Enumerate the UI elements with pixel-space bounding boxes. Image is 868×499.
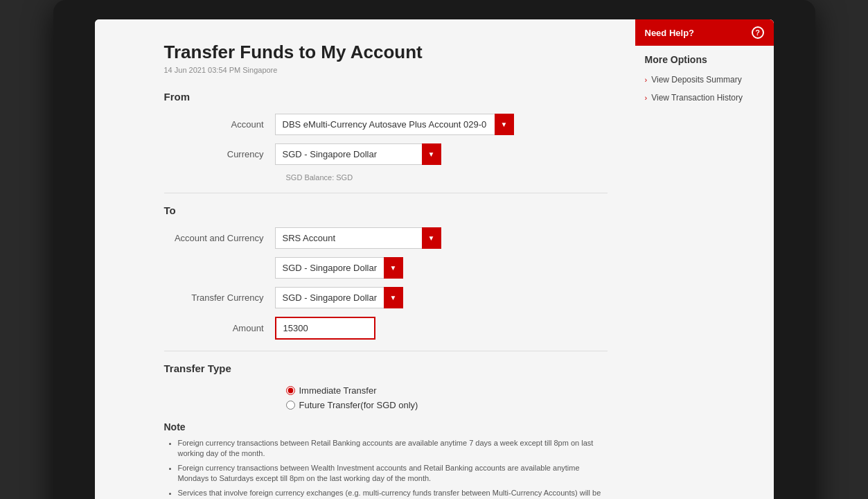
- note-item-2: Foreign currency transactions between We…: [178, 463, 608, 484]
- note-item-3: Services that involve foreign currency e…: [178, 488, 608, 499]
- account-currency-row: Account and Currency SRS Account ▼: [164, 227, 608, 249]
- account-label: Account: [164, 119, 275, 130]
- currency-row: Currency SGD - Singapore Dollar ▼: [164, 143, 608, 165]
- view-deposits-label: View Deposits Summary: [651, 75, 742, 85]
- need-help-bar: Need Help? ?: [635, 19, 774, 46]
- page-subtitle: 14 Jun 2021 03:54 PM Singapore: [164, 66, 608, 74]
- page-title: Transfer Funds to My Account: [164, 42, 608, 63]
- divider-to-type: [164, 351, 608, 351]
- amount-row: Amount: [164, 317, 608, 340]
- balance-text: SGD Balance: SGD: [286, 173, 608, 182]
- transfer-currency-select[interactable]: SGD - Singapore Dollar: [275, 287, 403, 308]
- note-section: Note Foreign currency transactions betwe…: [164, 421, 608, 499]
- amount-label: Amount: [164, 323, 275, 333]
- view-transactions-label: View Transaction History: [651, 93, 743, 103]
- to-currency-row: SGD - Singapore Dollar ▼: [164, 257, 608, 279]
- immediate-transfer-radio[interactable]: [286, 386, 295, 395]
- help-icon[interactable]: ?: [752, 26, 764, 39]
- to-currency-select-wrapper: SGD - Singapore Dollar ▼: [275, 257, 403, 279]
- transfer-currency-label: Transfer Currency: [164, 292, 275, 303]
- note-item-1: Foreign currency transactions between Re…: [178, 438, 608, 459]
- more-options-title: More Options: [635, 46, 774, 71]
- account-currency-select[interactable]: SRS Account: [275, 227, 441, 249]
- currency-select[interactable]: SGD - Singapore Dollar: [275, 143, 441, 165]
- note-title: Note: [164, 421, 608, 432]
- divider-from-to: [164, 193, 608, 193]
- need-help-label: Need Help?: [645, 28, 695, 38]
- transfer-currency-row: Transfer Currency SGD - Singapore Dollar…: [164, 287, 608, 308]
- chevron-transactions-icon: ›: [645, 94, 648, 102]
- currency-label: Currency: [164, 149, 275, 159]
- future-transfer-row: Future Transfer(for SGD only): [286, 400, 608, 410]
- view-transactions-link[interactable]: › View Transaction History: [635, 89, 774, 107]
- view-deposits-link[interactable]: › View Deposits Summary: [635, 71, 774, 89]
- transfer-type-group: Immediate Transfer Future Transfer(for S…: [286, 385, 608, 410]
- account-select-wrapper: DBS eMulti-Currency Autosave Plus Accoun…: [275, 114, 514, 135]
- account-currency-select-wrapper: SRS Account ▼: [275, 227, 441, 249]
- account-select[interactable]: DBS eMulti-Currency Autosave Plus Accoun…: [275, 114, 514, 135]
- currency-select-wrapper: SGD - Singapore Dollar ▼: [275, 143, 441, 165]
- to-currency-select[interactable]: SGD - Singapore Dollar: [275, 257, 403, 279]
- immediate-transfer-label: Immediate Transfer: [299, 385, 377, 396]
- amount-input[interactable]: [275, 317, 375, 340]
- immediate-transfer-row: Immediate Transfer: [286, 385, 608, 396]
- transfer-type-label: Transfer Type: [164, 362, 608, 374]
- future-transfer-radio[interactable]: [286, 401, 295, 410]
- account-row: Account DBS eMulti-Currency Autosave Plu…: [164, 114, 608, 135]
- to-section-label: To: [164, 204, 608, 216]
- to-section: To Account and Currency SRS Account ▼: [164, 204, 608, 340]
- future-transfer-label: Future Transfer(for SGD only): [299, 400, 418, 410]
- sidebar: Need Help? ? More Options › View Deposit…: [635, 19, 774, 499]
- chevron-deposits-icon: ›: [645, 76, 648, 84]
- transfer-currency-select-wrapper: SGD - Singapore Dollar ▼: [275, 287, 403, 308]
- from-section-label: From: [164, 91, 608, 103]
- account-currency-label: Account and Currency: [164, 233, 275, 243]
- note-list: Foreign currency transactions between Re…: [164, 438, 608, 499]
